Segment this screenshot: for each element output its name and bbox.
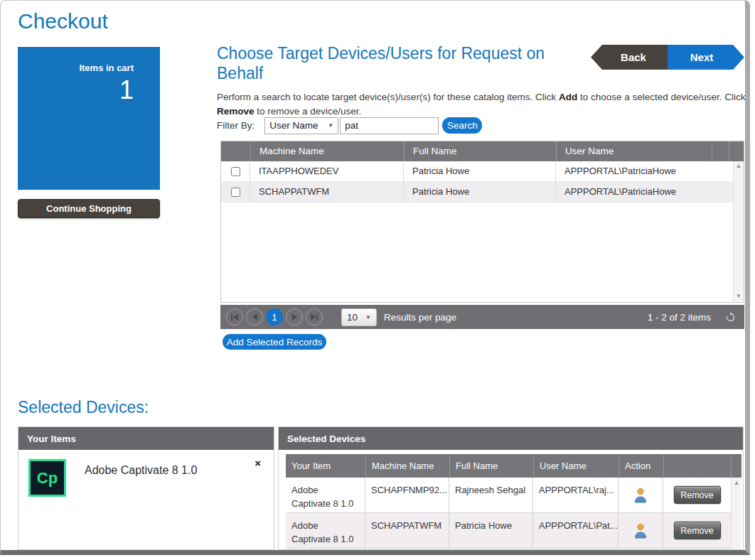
items-range-label: 1 - 2 of 2 items [648,312,711,323]
scroll-up-icon[interactable]: ▲ [734,480,739,486]
selected-devices-heading: Selected Devices: [18,398,149,417]
search-results-grid: Machine Name Full Name User Name ITAAPPH… [220,141,744,303]
last-page-button[interactable] [306,308,323,325]
table-row[interactable]: ITAAPPHOWEDEV Patricia Howe APPPORTAL\Pa… [221,161,733,182]
user-name-column-header[interactable]: User Name [556,141,712,161]
arrow-left-icon [252,313,257,321]
add-selected-records-button[interactable]: Add Selected Records [223,334,326,350]
cart-count: 1 [119,75,134,105]
user-name-cell: APPPORTAL\PatriciaHowe [556,161,732,181]
full-name-cell: Patricia Howe [404,161,556,181]
instructions-part: Perform a search to locate target device… [217,92,559,102]
full-name-column-header[interactable]: Full Name [404,141,556,161]
instructions-part: to choose a selected device/user. Click [577,92,745,102]
back-button[interactable]: Back [591,45,668,70]
machine-name-cell: SCHAPPATWFM [250,182,404,202]
your-item-cell: Adobe Captivate 8 1.0 [286,478,365,512]
user-icon [633,523,648,539]
table-row[interactable]: Adobe Captivate 8 1.0 SCHAPPATWFM Patric… [286,513,731,549]
pagination-bar: 1 10 ▼ Results per page 1 - 2 of 2 items [220,305,744,329]
results-per-page-label: Results per page [384,312,456,323]
table-row[interactable]: SCHAPPATWFM Patricia Howe APPPORTAL\Patr… [221,182,733,203]
machine-name-cell: SCHAPFNMP92... [365,478,449,512]
selected-devices-grid: Your Item Machine Name Full Name User Na… [286,454,741,550]
next-button[interactable]: Next [668,45,744,70]
user-name-cell: APPPORTAL\PatriciaHowe [556,182,732,202]
section-heading: Choose Target Devices/Users for Request … [217,43,594,83]
scroll-up-icon[interactable]: ▲ [736,163,741,169]
vertical-scrollbar[interactable]: ▲ ▼ [733,161,744,301]
search-input[interactable] [340,117,439,134]
current-page-button[interactable]: 1 [266,308,283,325]
search-button[interactable]: Search [442,117,482,134]
remove-column-header [663,454,731,478]
table-row [286,549,731,550]
arrow-right-icon [292,313,297,321]
page-size-value: 10 [347,312,358,323]
scrollbar-corner-header [731,454,741,478]
filter-field-value: User Name [269,120,318,131]
adobe-captivate-icon: Cp [28,459,66,497]
selected-devices-panel-header: Selected Devices [279,427,743,450]
full-name-cell: Patricia Howe [449,513,533,548]
machine-name-cell: ITAAPPHOWEDEV [250,161,404,181]
selected-devices-panel: Selected Devices Your Item Machine Name … [278,426,744,550]
your-item-column-header[interactable]: Your Item [286,454,365,478]
filter-bar: Filter By: User Name ▼ Search [217,117,482,134]
previous-page-button[interactable] [246,308,263,325]
remove-button[interactable]: Remove [674,486,721,504]
machine-name-cell: SCHAPPATWFM [365,513,449,548]
machine-name-column-header[interactable]: Machine Name [365,454,449,478]
instructions-text: Perform a search to locate target device… [217,90,750,119]
close-icon[interactable]: × [255,457,261,469]
user-name-cell: APPPORTAL\Pat... [533,513,619,548]
arrow-right-icon [311,313,316,321]
table-row[interactable]: Adobe Captivate 8 1.0 SCHAPFNMP92... Raj… [286,478,731,513]
user-name-cell: APPPORTAL\raj... [533,478,619,512]
remove-button[interactable]: Remove [674,522,721,539]
next-page-button[interactable] [286,308,303,325]
checkbox-column-header [221,141,250,161]
first-page-button[interactable] [226,308,243,325]
row-checkbox[interactable] [231,188,240,197]
arrow-left-icon [233,313,238,321]
page-title: Checkout [18,9,108,33]
vertical-scrollbar[interactable]: ▲ [731,478,741,550]
full-name-column-header[interactable]: Full Name [449,454,533,478]
user-name-column-header[interactable]: User Name [533,454,619,478]
chevron-down-icon: ▼ [365,314,371,321]
scroll-down-icon[interactable]: ▼ [736,294,741,299]
results-grid-body: ITAAPPHOWEDEV Patricia Howe APPPORTAL\Pa… [221,161,744,301]
cart-item-name: Adobe Captivate 8 1.0 [85,464,197,497]
items-in-cart-label: Items in cart [79,63,134,73]
machine-name-column-header[interactable]: Machine Name [250,141,404,161]
last-page-icon [316,314,318,321]
first-page-icon [231,314,232,321]
checkout-page: Checkout Items in cart 1 Continue Shoppi… [0,0,750,555]
instructions-remove-keyword: Remove [217,106,255,117]
chevron-down-icon: ▼ [328,122,333,129]
user-icon [633,488,648,503]
instructions-add-keyword: Add [559,92,577,102]
action-column-header[interactable]: Action [619,454,663,478]
refresh-icon[interactable] [725,312,736,323]
full-name-cell: Patricia Howe [404,182,556,202]
instructions-part: to remove a device/user. [255,106,362,117]
empty-column-header [712,141,729,161]
scrollbar-corner-header [729,141,744,161]
page-size-select[interactable]: 10 ▼ [341,308,377,326]
your-item-cell: Adobe Captivate 8 1.0 [286,513,365,548]
cart-summary-box: Items in cart 1 [18,47,160,190]
your-items-panel-header: Your Items [18,427,274,450]
results-grid-header: Machine Name Full Name User Name [221,141,744,161]
your-items-panel: Your Items Cp Adobe Captivate 8 1.0 × [18,426,274,550]
selected-devices-grid-header: Your Item Machine Name Full Name User Na… [286,454,741,478]
continue-shopping-button[interactable]: Continue Shopping [18,199,160,218]
full-name-cell: Rajneesh Sehgal [449,478,533,512]
filter-field-select[interactable]: User Name ▼ [264,117,338,134]
cart-item: Cp Adobe Captivate 8 1.0 × [18,450,274,506]
row-checkbox[interactable] [231,167,240,176]
filter-by-label: Filter By: [217,120,255,131]
